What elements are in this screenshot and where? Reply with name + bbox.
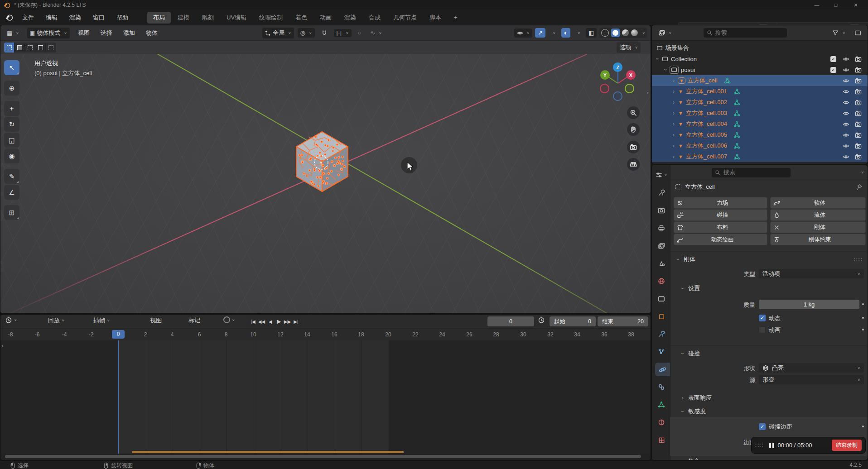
workspace-tab-modeling[interactable]: 建模 xyxy=(172,12,195,24)
outliner-row-collection[interactable]: › Collection ✓ xyxy=(652,53,868,64)
gizmos-dropdown[interactable]: ∨ xyxy=(548,29,559,37)
gizmo-axis-y-neg[interactable] xyxy=(625,84,634,93)
breadcrumb-object-name[interactable]: 立方体_cell xyxy=(685,183,715,191)
viewport-3d[interactable]: ▦∨ ▣物体模式∨ 视图 选择 添加 物体 全局∨ ◎∨ |·|∨ ○ ∿∨ ∨… xyxy=(0,25,651,314)
menu-file[interactable]: 文件 xyxy=(17,12,39,24)
screen-recording-overlay[interactable]: ∷∷ 00:00 / 05:00 结束录制 xyxy=(751,437,866,454)
tool-annotate[interactable]: ✎ xyxy=(4,169,19,184)
timeline-editor[interactable]: ∨ 回放∨ 插帧∨ 视图 标记 ∨ |◀ ◀◀ ◀ ▶ ▶▶ ▶| 0 起始0 … xyxy=(0,314,651,460)
hide-eye-icon[interactable] xyxy=(843,153,849,160)
tab-render-icon[interactable] xyxy=(654,204,669,217)
expand-arrow-icon[interactable]: › xyxy=(671,110,676,116)
markers-menu[interactable]: 标记 xyxy=(188,316,200,325)
tab-modifiers-icon[interactable] xyxy=(654,327,669,341)
hide-eye-icon[interactable] xyxy=(843,132,849,139)
object-name[interactable]: 立方体_cell xyxy=(688,77,718,85)
next-keyframe-button[interactable]: ▶▶ xyxy=(284,319,291,324)
hide-eye-icon[interactable] xyxy=(843,88,849,95)
gizmo-axis-y[interactable]: Y xyxy=(600,70,610,80)
expand-arrow-icon[interactable]: › xyxy=(671,77,676,84)
render-camera-icon[interactable] xyxy=(855,132,862,139)
panel-collections[interactable]: ›集合 xyxy=(670,456,868,460)
properties-search-input[interactable]: 搜索 xyxy=(712,168,791,177)
header-menu-chevron[interactable]: ∨ xyxy=(861,171,864,174)
physics-softbody-button[interactable]: 软体 xyxy=(770,197,866,209)
animate-dot[interactable] xyxy=(862,317,864,319)
outliner[interactable]: ∨ 搜索 ∨ 场景集合 › Collection ✓ › posui ✓ xyxy=(651,25,868,164)
render-camera-icon[interactable] xyxy=(855,99,862,106)
physics-cloth-button[interactable]: 布料 xyxy=(674,221,767,233)
animate-dot[interactable] xyxy=(862,303,864,305)
render-camera-icon[interactable] xyxy=(855,153,862,160)
select-mode-extend[interactable] xyxy=(14,43,25,53)
tool-rotate[interactable]: ↻ xyxy=(4,117,19,132)
camera-view-button[interactable] xyxy=(627,141,640,153)
expand-arrow-icon[interactable]: › xyxy=(671,121,676,127)
tab-physics-icon[interactable] xyxy=(655,363,670,376)
workspace-tab-rendering[interactable]: 渲染 xyxy=(338,12,362,24)
timeline-ruler[interactable]: -8-6 -4-2 0 24 68 1012 1416 1820 2224 26… xyxy=(0,329,651,341)
frame-start-field[interactable]: 起始0 xyxy=(550,316,596,326)
exclude-checkbox[interactable]: ✓ xyxy=(830,67,836,73)
properties-editor[interactable]: ∨ 搜索 ∨ xyxy=(651,165,868,460)
workspace-tab-uv[interactable]: UV编辑 xyxy=(221,12,252,24)
expand-arrow-icon[interactable]: › xyxy=(671,99,676,105)
object-name[interactable]: 立方体_cell.004 xyxy=(686,120,727,128)
add-workspace-button[interactable]: + xyxy=(448,12,463,23)
xray-toggle[interactable]: ◧ xyxy=(586,28,597,38)
gizmo-axis-z-neg[interactable] xyxy=(613,91,622,101)
panel-collisions[interactable]: ›碰撞 xyxy=(670,348,868,359)
workspace-tab-compositing[interactable]: 合成 xyxy=(363,12,386,24)
outliner-row-posui[interactable]: › posui ✓ xyxy=(652,64,868,75)
workspace-tab-layout[interactable]: 布局 xyxy=(147,12,171,24)
overlays-dropdown[interactable]: ∨ xyxy=(573,29,583,37)
hide-eye-icon[interactable] xyxy=(843,77,849,84)
orientation-dropdown[interactable]: 全局∨ xyxy=(262,28,294,38)
expand-arrow-icon[interactable]: › xyxy=(671,153,676,160)
animate-dot[interactable] xyxy=(862,329,864,330)
menu-help[interactable]: 帮助 xyxy=(111,12,134,24)
ortho-toggle-button[interactable] xyxy=(627,158,640,171)
mode-dropdown[interactable]: ▣物体模式∨ xyxy=(27,28,70,38)
tool-measure[interactable]: ∠ xyxy=(4,185,19,200)
hide-eye-icon[interactable] xyxy=(843,110,849,117)
outliner-row-object[interactable]: ›▼立方体_cell.001 xyxy=(652,86,868,97)
workspace-tab-sculpting[interactable]: 雕刻 xyxy=(196,12,220,24)
expand-arrow-icon[interactable]: › xyxy=(654,56,661,62)
animate-dot[interactable] xyxy=(862,426,864,427)
menu-window[interactable]: 窗口 xyxy=(87,12,110,24)
new-collection-button[interactable] xyxy=(852,28,864,38)
object-name[interactable]: 立方体_cell.003 xyxy=(686,109,727,117)
tool-cursor[interactable]: ⊕ xyxy=(4,81,19,96)
playback-menu[interactable]: 回放∨ xyxy=(48,316,65,325)
current-frame-badge[interactable]: 0 xyxy=(112,330,125,339)
proportional-edit-toggle[interactable]: ○ xyxy=(355,28,364,38)
play-button[interactable]: ▶ xyxy=(275,318,283,325)
editor-type-button[interactable]: ∨ xyxy=(5,316,17,324)
overlays-toggle[interactable]: ◐ xyxy=(561,28,570,38)
source-dropdown[interactable]: 形变∨ xyxy=(759,375,864,384)
filter-dropdown[interactable]: ∨ xyxy=(829,29,848,38)
expand-arrow-icon[interactable]: › xyxy=(671,143,676,149)
panel-rigid-body[interactable]: ›刚体∷∷ xyxy=(670,254,868,265)
outliner-row-object[interactable]: ›▼立方体_cell.005 xyxy=(652,129,868,140)
maximize-button[interactable]: □ xyxy=(828,0,844,10)
zoom-button[interactable] xyxy=(627,106,640,119)
shading-wireframe-button[interactable] xyxy=(601,29,609,37)
workspace-tab-shading[interactable]: 着色 xyxy=(289,12,313,24)
panel-grip-icon[interactable]: ∷∷ xyxy=(854,256,863,263)
panel-sensitivity[interactable]: ›敏感度 xyxy=(670,406,868,417)
visibility-dropdown[interactable]: ∨ xyxy=(514,29,533,38)
outliner-row-object[interactable]: ›▼立方体_cell.003 xyxy=(652,108,868,119)
jump-to-start-button[interactable]: |◀ xyxy=(249,319,257,324)
use-preview-range-toggle[interactable] xyxy=(538,316,545,324)
current-frame-field[interactable]: 0 xyxy=(487,316,534,326)
render-camera-icon[interactable] xyxy=(855,121,862,128)
mass-slider[interactable]: 1 kg xyxy=(759,300,859,309)
hide-eye-icon[interactable] xyxy=(843,67,849,73)
select-mode-subtract[interactable] xyxy=(25,43,35,53)
minimize-button[interactable]: — xyxy=(809,0,825,10)
snap-settings-dropdown[interactable]: |·|∨ xyxy=(334,29,352,37)
outliner-row-object[interactable]: ›▼立方体_cell.007 xyxy=(652,151,868,162)
gizmo-axis-x-neg[interactable] xyxy=(600,84,609,93)
